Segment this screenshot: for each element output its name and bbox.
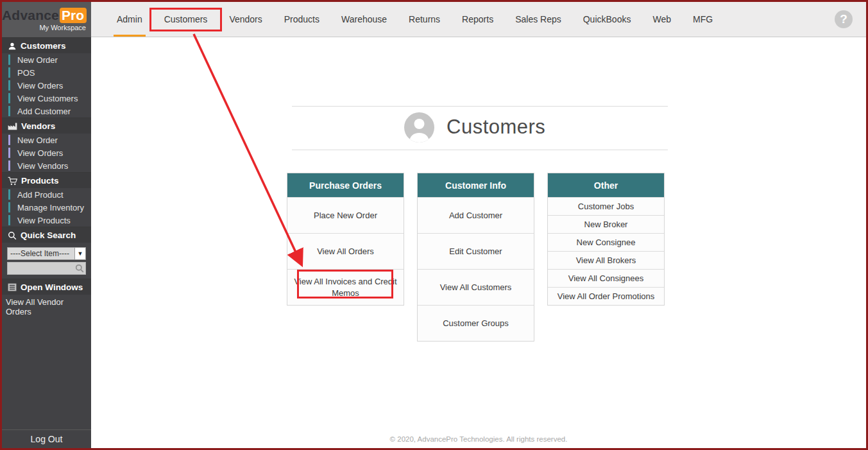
accent-bar: [8, 202, 10, 212]
link-place-new-order[interactable]: Place New Order: [287, 197, 404, 233]
tab-products[interactable]: Products: [273, 2, 330, 37]
sidebar-item-vendors-new-order[interactable]: New Order: [2, 134, 91, 146]
tab-warehouse[interactable]: Warehouse: [330, 2, 398, 37]
quick-search-select[interactable]: ----Select Item---- ▼: [7, 247, 86, 260]
logo-workspace-text: My Workspace: [2, 24, 86, 31]
customers-avatar-icon: [404, 112, 434, 143]
link-view-all-brokers[interactable]: View All Brokers: [548, 251, 664, 269]
accent-bar: [8, 80, 10, 91]
sidebar-item-label: View Vendors: [17, 161, 68, 171]
tab-quickbooks[interactable]: QuickBooks: [572, 2, 642, 37]
factory-icon: [8, 122, 17, 130]
sidebar-section-open-windows-label: Open Windows: [21, 282, 83, 292]
sidebar-item-view-customers[interactable]: View Customers: [2, 92, 91, 105]
open-windows-icon: [8, 283, 17, 291]
app-logo: AdvancePro My Workspace: [2, 2, 91, 37]
accent-bar: [8, 148, 10, 158]
tab-web[interactable]: Web: [642, 2, 682, 37]
tab-admin[interactable]: Admin: [106, 2, 153, 37]
link-view-all-orders[interactable]: View All Orders: [287, 233, 404, 269]
sidebar-item-manage-inventory[interactable]: Manage Inventory: [2, 201, 91, 214]
link-customer-groups[interactable]: Customer Groups: [418, 305, 534, 341]
help-icon[interactable]: ?: [835, 10, 853, 28]
sidebar-section-products-label: Products: [21, 176, 59, 186]
tab-reports[interactable]: Reports: [451, 2, 504, 37]
card-purchase-orders-header: Purchase Orders: [287, 173, 404, 197]
card-other-header: Other: [548, 173, 664, 197]
sidebar-item-label: View Products: [17, 216, 71, 225]
sidebar-item-pos[interactable]: POS: [2, 66, 91, 79]
tab-customers[interactable]: Customers: [153, 2, 219, 37]
link-view-all-invoices-credit-memos[interactable]: View All Invoices and Credit Memos: [287, 269, 404, 305]
logo-advance-text: Advance: [2, 8, 59, 22]
link-add-customer[interactable]: Add Customer: [418, 197, 534, 233]
sidebar-item-label: View Customers: [17, 94, 78, 103]
accent-bar: [8, 215, 10, 225]
header-divider-top: [292, 106, 668, 107]
person-icon: [8, 42, 17, 51]
page-title: Customers: [447, 116, 545, 139]
quick-search-input[interactable]: [7, 262, 86, 275]
link-view-all-order-promotions[interactable]: View All Order Promotions: [548, 287, 664, 305]
open-window-view-all-vendor-orders[interactable]: View All Vendor Orders: [2, 295, 91, 319]
link-customer-jobs[interactable]: Customer Jobs: [548, 197, 664, 215]
accent-bar: [8, 189, 10, 200]
cart-icon: [8, 177, 17, 186]
top-navigation: Admin Customers Vendors Products Warehou…: [91, 2, 866, 37]
sidebar-section-customers-label: Customers: [21, 41, 66, 51]
link-edit-customer[interactable]: Edit Customer: [418, 233, 534, 269]
sidebar-item-label: Add Customer: [17, 107, 71, 116]
sidebar-item-view-vendors[interactable]: View Vendors: [2, 159, 91, 172]
link-new-consignee[interactable]: New Consignee: [548, 233, 664, 251]
sidebar-section-open-windows: Open Windows: [2, 279, 91, 295]
sidebar-item-label: New Order: [17, 135, 58, 145]
sidebar-item-add-customer[interactable]: Add Customer: [2, 105, 91, 117]
tab-sales-reps[interactable]: Sales Reps: [504, 2, 572, 37]
logo-pro-badge: Pro: [60, 8, 87, 23]
header-divider-bottom: [292, 150, 668, 150]
search-icon: [8, 231, 17, 240]
logout-button[interactable]: Log Out: [2, 429, 91, 448]
sidebar-item-label: View Orders: [17, 81, 63, 91]
sidebar-section-quick-search-label: Quick Search: [21, 230, 76, 240]
sidebar-item-label: Add Product: [17, 190, 64, 200]
card-customer-info-header: Customer Info: [418, 173, 534, 197]
sidebar-item-label: New Order: [17, 55, 58, 65]
sidebar-item-customers-new-order[interactable]: New Order: [2, 53, 91, 66]
sidebar-item-label: POS: [17, 68, 35, 78]
sidebar-section-customers: Customers: [2, 37, 91, 53]
sidebar-section-products: Products: [2, 172, 91, 188]
link-view-all-customers[interactable]: View All Customers: [418, 269, 534, 305]
card-customer-info: Customer Info Add Customer Edit Customer…: [417, 173, 534, 342]
copyright-footer: © 2020, AdvancePro Technologies. All rig…: [91, 435, 866, 443]
tab-customers-label: Customers: [164, 14, 208, 24]
card-other: Other Customer Jobs New Broker New Consi…: [547, 173, 665, 306]
sidebar-item-view-products[interactable]: View Products: [2, 214, 91, 227]
tab-mfg[interactable]: MFG: [682, 2, 724, 37]
card-purchase-orders: Purchase Orders Place New Order View All…: [287, 173, 404, 306]
sidebar-section-quick-search: Quick Search: [2, 227, 91, 243]
accent-bar: [8, 93, 10, 103]
sidebar-section-vendors-label: Vendors: [21, 121, 55, 131]
main-content: Customers Purchase Orders Place New Orde…: [91, 37, 866, 448]
sidebar-item-label: Manage Inventory: [17, 203, 84, 212]
tab-returns[interactable]: Returns: [398, 2, 451, 37]
accent-bar: [8, 160, 10, 171]
app-window: AdvancePro My Workspace Admin Customers …: [0, 0, 868, 450]
search-input-icon[interactable]: [75, 264, 84, 273]
accent-bar: [8, 106, 10, 116]
sidebar-item-vendors-view-orders[interactable]: View Orders: [2, 146, 91, 159]
link-new-broker[interactable]: New Broker: [548, 215, 664, 233]
sidebar-item-label: View Orders: [17, 148, 63, 158]
tab-vendors[interactable]: Vendors: [218, 2, 273, 37]
link-view-all-consignees[interactable]: View All Consignees: [548, 269, 664, 287]
sidebar-item-view-orders[interactable]: View Orders: [2, 79, 91, 92]
sidebar-item-add-product[interactable]: Add Product: [2, 188, 91, 201]
chevron-down-icon[interactable]: ▼: [74, 248, 85, 259]
accent-bar: [8, 67, 10, 78]
quick-search-input-wrap: [7, 262, 86, 275]
quick-search-select-value: ----Select Item----: [8, 249, 74, 258]
sidebar: Customers New Order POS View Orders View…: [2, 37, 91, 448]
accent-bar: [8, 135, 10, 145]
sidebar-section-vendors: Vendors: [2, 117, 91, 134]
